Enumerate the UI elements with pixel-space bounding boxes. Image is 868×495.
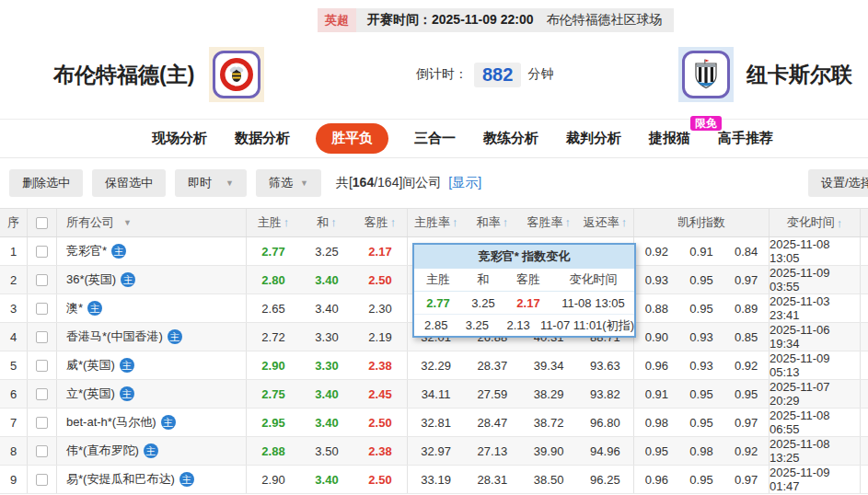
odds-value[interactable]: 3.40: [300, 273, 353, 287]
odds-value[interactable]: 2.50: [353, 473, 407, 487]
popup-data-row: 2.853.252.1311-07 11:01(初指): [414, 314, 634, 336]
filter-dropdown[interactable]: 筛选 ▼: [256, 169, 321, 197]
odds-value[interactable]: 2.50: [353, 273, 407, 287]
odds-value[interactable]: 2.65: [247, 302, 300, 316]
kelly-cells: 0.900.930.85: [634, 323, 770, 351]
company-name[interactable]: 澳*: [66, 300, 83, 317]
kelly-value: 0.91: [679, 245, 724, 259]
kelly-cells: 0.880.950.89: [634, 294, 770, 322]
odds-value[interactable]: 2.77: [247, 245, 300, 259]
tab-expert[interactable]: 高手推荐: [716, 124, 775, 153]
odds-value[interactable]: 3.25: [300, 245, 353, 259]
sort-home-rate[interactable]: 主胜率↑: [408, 214, 464, 231]
company-name[interactable]: bet-at-h*(马尔他): [66, 414, 156, 431]
tab-coach[interactable]: 教练分析: [481, 124, 540, 153]
odds-value[interactable]: 2.38: [353, 359, 407, 373]
row-checkbox[interactable]: [36, 445, 48, 457]
odds-value[interactable]: 2.88: [247, 444, 300, 458]
sort-draw[interactable]: 和↑: [300, 214, 353, 231]
popup-header-label: 主胜: [414, 271, 462, 288]
odds-value[interactable]: 3.30: [300, 359, 353, 373]
tab-jiebao-cat[interactable]: 捷报猫限免: [647, 124, 692, 153]
company-name[interactable]: 香港马*(中国香港): [66, 328, 163, 345]
sort-payout-rate[interactable]: 返还率↑: [577, 214, 633, 231]
sort-up-icon: ↑: [564, 215, 571, 229]
odds-value[interactable]: 2.90: [247, 473, 300, 487]
header-company[interactable]: 所有公司 ▼: [57, 209, 247, 236]
rate-value: 94.96: [577, 444, 633, 458]
company-cell: 香港马*(中国香港)主: [57, 323, 247, 351]
popup-title: 竞彩官* 指数变化: [414, 245, 634, 269]
rate-value: 32.29: [408, 359, 464, 373]
tab-three-in-one[interactable]: 三合一: [412, 124, 457, 153]
sort-home-win[interactable]: 主胜↑: [247, 214, 300, 231]
row-checkbox[interactable]: [36, 388, 48, 400]
odds-value[interactable]: 2.75: [247, 387, 300, 401]
kelly-value: 0.95: [679, 416, 724, 430]
odds-value[interactable]: 2.72: [247, 330, 300, 344]
company-name[interactable]: 威*(英国): [66, 357, 115, 374]
table-row: 6立*(英国)主2.753.402.4534.1127.5938.2993.82…: [0, 380, 868, 409]
table-row: 7bet-at-h*(马尔他)主2.953.402.5032.8128.4738…: [0, 409, 868, 437]
odds-cells: 2.753.402.45: [247, 380, 408, 408]
select-all-checkbox[interactable]: [36, 217, 48, 229]
odds-value[interactable]: 2.38: [353, 444, 407, 458]
kelly-cells: 0.950.980.92: [634, 437, 770, 465]
row-checkbox[interactable]: [36, 417, 48, 429]
sort-up-icon: ↑: [284, 215, 290, 229]
sort-away-rate[interactable]: 客胜率↑: [521, 214, 577, 231]
company-cell: 威*(英国)主: [57, 351, 247, 379]
company-cell: 立*(英国)主: [57, 380, 247, 408]
sort-away-win[interactable]: 客胜↑: [353, 214, 407, 231]
row-checkbox[interactable]: [36, 331, 48, 343]
rate-cells: 32.9727.1339.9094.96: [408, 437, 634, 465]
odds-cells: 2.883.502.38: [247, 437, 408, 465]
sort-draw-rate[interactable]: 和率↑: [464, 214, 520, 231]
company-name[interactable]: 竞彩官*: [66, 243, 107, 259]
odds-value[interactable]: 2.45: [353, 387, 407, 401]
odds-value[interactable]: 2.30: [353, 302, 407, 316]
odds-value[interactable]: 2.80: [247, 273, 300, 287]
row-checkbox[interactable]: [36, 360, 48, 372]
odds-value[interactable]: 2.19: [353, 330, 407, 344]
kelly-cells: 0.910.950.95: [634, 380, 770, 408]
change-time: 2025-11-08 06:55: [770, 409, 861, 436]
header-change-time[interactable]: 变化时间↑: [770, 209, 861, 236]
odds-value[interactable]: 2.50: [353, 416, 407, 430]
rate-value: 39.90: [521, 444, 577, 458]
tab-referee[interactable]: 裁判分析: [564, 124, 623, 153]
header-rates-group: 主胜率↑ 和率↑ 客胜率↑ 返还率↑: [408, 209, 634, 236]
company-name[interactable]: 伟*(直布罗陀): [66, 443, 139, 459]
row-checkbox[interactable]: [36, 274, 48, 286]
company-name[interactable]: 立*(英国): [66, 386, 115, 402]
tab-data[interactable]: 数据分析: [233, 124, 292, 153]
company-name[interactable]: 易*(安提瓜和巴布达): [66, 471, 175, 488]
row-checkbox[interactable]: [36, 303, 48, 315]
odds-value[interactable]: 3.40: [300, 416, 353, 430]
row-checkbox-cell: [28, 380, 57, 408]
row-checkbox[interactable]: [36, 474, 48, 486]
change-time: 2025-11-07 20:29: [770, 380, 861, 408]
odds-value[interactable]: 3.30: [300, 330, 353, 344]
odds-value[interactable]: 3.40: [300, 473, 353, 487]
company-name[interactable]: 36*(英国): [66, 271, 116, 288]
delete-selected-button[interactable]: 删除选中: [9, 169, 83, 197]
odds-value[interactable]: 3.40: [300, 387, 353, 401]
tab-live[interactable]: 现场分析: [150, 124, 209, 153]
odds-value[interactable]: 3.40: [300, 302, 353, 316]
odds-value[interactable]: 2.17: [353, 245, 407, 259]
keep-selected-button[interactable]: 保留选中: [92, 169, 166, 197]
show-link[interactable]: [显示]: [448, 175, 481, 191]
settings-select-button[interactable]: 设置/选择: [808, 169, 868, 197]
kelly-value: 0.93: [679, 359, 724, 373]
live-dropdown[interactable]: 即时 ▼: [175, 169, 247, 197]
odds-value[interactable]: 2.90: [247, 359, 300, 373]
home-badge-icon: 主: [87, 301, 102, 316]
odds-cells: 2.803.402.50: [247, 266, 408, 294]
row-checkbox[interactable]: [36, 246, 48, 258]
popup-change-time: 11-07 11:01(初指): [540, 317, 634, 334]
tab-wdl[interactable]: 胜平负: [316, 123, 388, 154]
odds-value[interactable]: 3.50: [300, 444, 353, 458]
kelly-cells: 0.930.950.97: [634, 266, 770, 294]
odds-value[interactable]: 2.95: [247, 416, 300, 430]
